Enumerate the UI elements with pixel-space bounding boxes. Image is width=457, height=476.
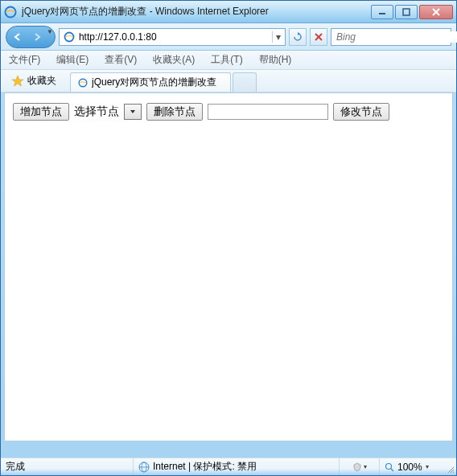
ie-page-icon: [77, 77, 89, 88]
active-tab[interactable]: jQuery对网页节点的增删改查: [70, 72, 231, 92]
address-dropdown[interactable]: ▾: [272, 31, 283, 43]
svg-point-10: [79, 79, 87, 87]
star-icon: [11, 75, 24, 88]
menu-help[interactable]: 帮助(H): [256, 51, 295, 68]
page-content: 增加节点 选择节点 删除节点 修改节点: [4, 92, 453, 441]
security-indicators[interactable]: ▾: [340, 458, 380, 475]
forward-button[interactable]: [27, 28, 47, 46]
window-title: jQuery对网页节点的增删改查 - Windows Internet Expl…: [22, 5, 371, 18]
url-input[interactable]: [77, 31, 272, 43]
maximize-button[interactable]: [395, 5, 418, 19]
close-button[interactable]: [419, 5, 453, 19]
chevron-down-icon: ▾: [364, 463, 367, 470]
status-text: 完成: [1, 458, 134, 475]
tab-title: jQuery对网页节点的增删改查: [92, 76, 216, 89]
ie-icon: [4, 6, 17, 18]
shield-icon: [352, 462, 362, 472]
minimize-button[interactable]: [371, 5, 393, 19]
zoom-icon: [385, 462, 394, 472]
select-node-label: 选择节点: [74, 105, 119, 119]
svg-line-15: [391, 469, 393, 471]
titlebar[interactable]: jQuery对网页节点的增删改查 - Windows Internet Expl…: [1, 1, 456, 23]
resize-grip[interactable]: [445, 464, 455, 474]
favorites-label: 收藏夹: [27, 74, 56, 88]
nav-arrow-group: ▼: [6, 26, 56, 48]
window-controls: [371, 5, 453, 19]
svg-point-0: [6, 6, 16, 17]
add-node-button[interactable]: 增加节点: [13, 103, 69, 121]
menu-view[interactable]: 查看(V): [101, 51, 140, 68]
delete-node-button[interactable]: 删除节点: [146, 103, 203, 121]
ie-page-icon: [63, 31, 76, 43]
back-button[interactable]: [8, 28, 27, 46]
svg-line-18: [453, 472, 454, 473]
tab-bar: jQuery对网页节点的增删改查: [70, 70, 451, 92]
security-zone[interactable]: Internet | 保护模式: 禁用: [134, 458, 340, 475]
menu-file[interactable]: 文件(F): [6, 51, 43, 68]
svg-point-14: [386, 463, 392, 469]
page-body: 增加节点 选择节点 删除节点 修改节点: [5, 93, 452, 130]
node-input[interactable]: [208, 104, 328, 120]
zone-text: Internet | 保护模式: 禁用: [153, 460, 257, 474]
node-select-dropdown[interactable]: [124, 104, 142, 120]
chevron-down-icon: [130, 109, 136, 114]
browser-window: jQuery对网页节点的增删改查 - Windows Internet Expl…: [0, 0, 457, 476]
nav-history-dropdown[interactable]: ▼: [47, 28, 53, 46]
favorites-button[interactable]: 收藏夹: [6, 72, 62, 90]
new-tab-button[interactable]: [233, 72, 257, 92]
globe-icon: [138, 462, 150, 473]
search-box[interactable]: b: [331, 28, 451, 46]
zoom-value: 100%: [397, 462, 422, 473]
refresh-button[interactable]: [289, 28, 307, 46]
menu-tools[interactable]: 工具(T): [208, 51, 245, 68]
chevron-down-icon: ▾: [426, 463, 429, 470]
modify-node-button[interactable]: 修改节点: [333, 103, 389, 121]
favorites-bar: 收藏夹 jQuery对网页节点的增删改查: [1, 70, 456, 92]
navigation-bar: ▼ ▾ b: [1, 23, 456, 51]
status-bar: 完成 Internet | 保护模式: 禁用 ▾ 100% ▾: [1, 458, 456, 475]
stop-button[interactable]: [310, 28, 327, 46]
svg-rect-2: [403, 9, 410, 15]
search-input[interactable]: [336, 31, 457, 43]
menu-edit[interactable]: 编辑(E): [53, 51, 92, 68]
menu-bar: 文件(F) 编辑(E) 查看(V) 收藏夹(A) 工具(T) 帮助(H): [1, 51, 456, 70]
menu-favorites[interactable]: 收藏夹(A): [150, 51, 198, 68]
address-bar[interactable]: ▾: [59, 28, 286, 46]
